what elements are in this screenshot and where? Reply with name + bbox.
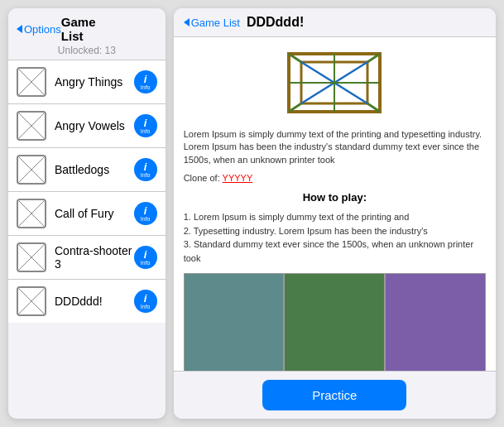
info-label: Info — [141, 172, 151, 178]
game-item[interactable]: Call of Fury i Info — [8, 192, 166, 236]
left-header: Options Game List Unlocked: 13 — [8, 8, 166, 60]
color-blocks — [184, 273, 486, 371]
info-label: Info — [141, 304, 151, 309]
game-list: Angry Things i Info Angry Vowels i Info … — [8, 60, 166, 323]
info-label: Info — [141, 216, 151, 222]
info-icon: i — [144, 74, 147, 84]
info-badge[interactable]: i Info — [134, 290, 157, 313]
color-block-teal — [184, 273, 285, 371]
instruction-item: 2. Typesetting industry. Lorem Ipsum has… — [184, 224, 486, 238]
clone-text: Clone of: YYYYY — [184, 173, 486, 183]
right-content: Lorem Ipsum is simply dummy text of the … — [174, 37, 496, 371]
instructions: 1. Lorem Ipsum is simply dummy text of t… — [184, 210, 486, 265]
info-badge[interactable]: i Info — [134, 202, 157, 225]
game-item[interactable]: DDDddd! i Info — [8, 280, 166, 323]
info-label: Info — [141, 128, 151, 134]
instruction-item: 1. Lorem Ipsum is simply dummy text of t… — [184, 210, 486, 224]
game-name: DDDddd! — [55, 295, 134, 308]
info-icon: i — [144, 161, 147, 172]
game-item[interactable]: Contra-shooter 3 i Info — [8, 236, 166, 280]
info-label: Info — [141, 260, 151, 266]
info-badge[interactable]: i Info — [134, 70, 157, 94]
right-header: Game List DDDddd! — [174, 8, 496, 37]
clone-value[interactable]: YYYYY — [223, 173, 253, 183]
back-label: Game List — [191, 17, 240, 29]
game-name: Call of Fury — [55, 207, 134, 220]
clone-label: Clone of: — [184, 173, 220, 183]
back-button[interactable]: Game List — [184, 17, 240, 29]
unlocked-count: Unlocked: 13 — [58, 45, 116, 56]
game-name: Contra-shooter 3 — [55, 244, 134, 271]
chevron-left-icon — [184, 18, 190, 26]
practice-button[interactable]: Practice — [262, 380, 406, 410]
game-thumbnail — [17, 199, 46, 228]
info-icon: i — [144, 293, 147, 304]
instruction-item: 3. Standard dummy text ever since the 15… — [184, 237, 486, 265]
detail-title: DDDddd! — [247, 15, 304, 30]
info-badge[interactable]: i Info — [134, 114, 157, 137]
info-icon: i — [144, 118, 147, 128]
chevron-left-icon — [17, 25, 22, 33]
info-icon: i — [144, 205, 147, 216]
color-block-green — [284, 273, 385, 371]
game-list-title: Game List — [61, 15, 118, 43]
game-name: Angry Things — [55, 75, 134, 89]
options-button[interactable]: Options — [17, 23, 61, 36]
game-name: Angry Vowels — [55, 119, 134, 132]
game-image-container — [184, 46, 486, 120]
game-detail-panel: Game List DDDddd! — [174, 8, 496, 419]
info-icon: i — [144, 249, 147, 260]
game-thumbnail — [17, 67, 46, 97]
options-label: Options — [24, 23, 61, 36]
game-thumbnail — [17, 111, 46, 141]
game-thumbnail — [17, 155, 46, 185]
practice-section: Practice — [174, 371, 496, 419]
game-name: Battledogs — [55, 163, 134, 176]
info-badge[interactable]: i Info — [134, 246, 157, 269]
info-label: Info — [141, 84, 151, 90]
info-badge[interactable]: i Info — [134, 158, 157, 181]
game-item[interactable]: Angry Vowels i Info — [8, 104, 166, 148]
game-thumbnail — [17, 286, 46, 316]
game-thumbnail — [17, 242, 46, 272]
game-description: Lorem Ipsum is simply dummy text of the … — [184, 128, 486, 166]
how-to-play-heading: How to play: — [184, 191, 486, 204]
game-image — [285, 50, 384, 116]
game-item[interactable]: Angry Things i Info — [8, 60, 166, 104]
game-list-panel: Options Game List Unlocked: 13 Angry Thi… — [8, 8, 166, 419]
color-block-purple — [385, 273, 486, 371]
game-item[interactable]: Battledogs i Info — [8, 148, 166, 192]
